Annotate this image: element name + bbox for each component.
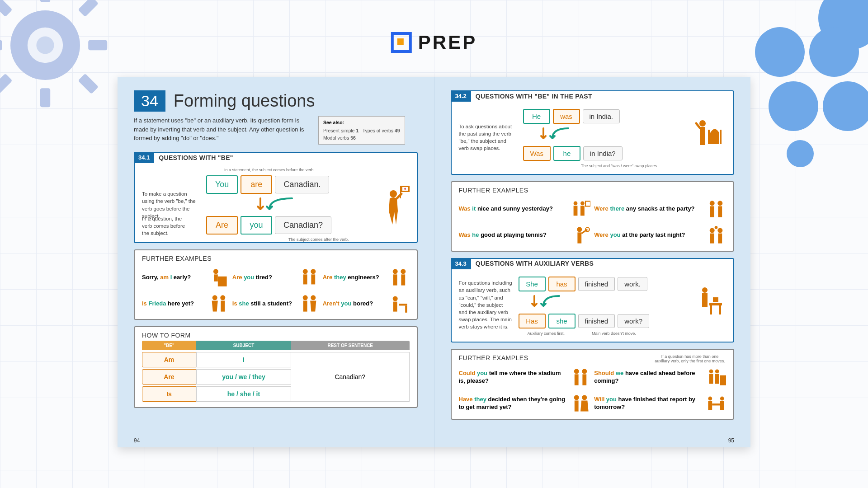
bored-icon — [389, 294, 409, 314]
svg-point-46 — [717, 201, 722, 206]
brand-logo: PREP — [391, 32, 477, 53]
svg-point-18 — [302, 269, 307, 274]
svg-point-45 — [710, 201, 715, 206]
svg-point-36 — [699, 120, 706, 127]
example-item: Should we have called ahead before comin… — [594, 367, 726, 387]
student-icon — [299, 294, 319, 314]
svg-point-57 — [715, 226, 718, 229]
piece-rest: Canadian. — [275, 176, 329, 193]
svg-point-40 — [574, 201, 578, 205]
svg-rect-3 — [0, 40, 2, 50]
section-how-to-form: HOW TO FORM "BE" SUBJECT REST OF SENTENC… — [134, 326, 418, 408]
svg-rect-21 — [311, 275, 315, 285]
svg-rect-31 — [303, 301, 307, 312]
td-rest: Canadian? — [291, 352, 410, 402]
intro-text: If a statement uses "be" or an auxiliary… — [134, 116, 310, 145]
svg-rect-78 — [708, 401, 712, 410]
see-also-label: See also: — [323, 119, 400, 127]
book-spread: 34 Forming questions If a statement uses… — [118, 77, 750, 447]
piece-verb: are — [241, 175, 272, 194]
section-note: For questions including an auxiliary ver… — [459, 279, 513, 330]
svg-rect-39 — [720, 130, 722, 144]
svg-rect-28 — [221, 301, 225, 312]
example-item: Was he good at playing tennis? — [459, 225, 591, 245]
page-number: 94 — [134, 437, 140, 444]
svg-rect-67 — [583, 375, 587, 385]
section-title: QUESTIONS WITH "BE" — [159, 154, 233, 161]
piece-subject: You — [206, 175, 238, 194]
svg-point-19 — [311, 269, 316, 274]
svg-point-14 — [390, 190, 397, 197]
example-item: Have they decided when they're going to … — [459, 394, 591, 413]
svg-rect-6 — [78, 0, 99, 17]
person-flag-icon — [382, 185, 410, 225]
svg-rect-20 — [303, 275, 307, 285]
section-341: 34.1 QUESTIONS WITH "BE" To make a quest… — [134, 152, 418, 243]
svg-rect-75 — [575, 401, 579, 412]
svg-point-73 — [574, 395, 579, 400]
svg-point-22 — [393, 269, 398, 274]
svg-rect-43 — [580, 206, 585, 216]
svg-rect-37 — [700, 127, 705, 145]
section-tag: 34.1 — [134, 152, 154, 163]
svg-rect-38 — [708, 130, 710, 144]
svg-rect-62 — [719, 305, 721, 314]
svg-point-41 — [580, 201, 585, 205]
taj-mahal-icon — [690, 117, 726, 158]
table-row: Am I — [142, 352, 291, 367]
chapter-number: 34 — [134, 90, 165, 112]
svg-rect-2 — [40, 88, 50, 107]
table-row: Is he / she / it — [142, 386, 291, 402]
example-item: Sorry, am I early? — [142, 267, 229, 287]
wedding-icon — [571, 394, 590, 413]
swap-arrow-icon — [537, 127, 591, 142]
piece-subject: you — [241, 216, 272, 235]
question-row: Has she finished work? — [519, 314, 689, 328]
svg-rect-8 — [78, 74, 99, 94]
gear-decoration — [0, 0, 108, 108]
podium-icon — [209, 267, 229, 287]
svg-rect-80 — [712, 404, 720, 405]
svg-point-77 — [720, 397, 724, 401]
section-title: QUESTIONS WITH "BE" IN THE PAST — [476, 93, 592, 100]
svg-rect-59 — [702, 293, 708, 307]
statement-row: She has finished work. — [519, 277, 689, 291]
svg-rect-25 — [401, 275, 406, 286]
statement-row: You are Canadian. — [206, 175, 377, 194]
svg-point-53 — [710, 228, 715, 233]
svg-rect-24 — [393, 275, 397, 286]
question-row: Was he in India? — [523, 146, 685, 161]
section-342: 34.2 QUESTIONS WITH "BE" IN THE PAST To … — [451, 90, 735, 175]
card-title: FURTHER EXAMPLES — [459, 354, 528, 361]
card-title: FURTHER EXAMPLES — [135, 250, 417, 264]
svg-rect-17 — [218, 277, 227, 286]
svg-point-74 — [582, 395, 587, 400]
card-title: FURTHER EXAMPLES — [452, 182, 734, 196]
svg-rect-7 — [0, 74, 13, 94]
page-right: 34.2 QUESTIONS WITH "BE" IN THE PAST To … — [434, 77, 751, 447]
svg-point-68 — [709, 370, 713, 374]
card-title: HOW TO FORM — [135, 327, 417, 341]
svg-point-52 — [585, 227, 590, 231]
caption-question: The subject comes after the verb. — [260, 237, 377, 242]
svg-point-54 — [717, 228, 722, 233]
example-item: Will you have finished that report by to… — [594, 394, 726, 413]
svg-rect-63 — [713, 297, 718, 302]
svg-rect-56 — [718, 233, 722, 243]
svg-rect-5 — [0, 0, 13, 17]
svg-rect-72 — [720, 375, 726, 385]
tip-caption: If a question has more than one auxiliar… — [654, 354, 726, 364]
svg-point-10 — [36, 36, 54, 54]
swap-arrow-icon — [528, 294, 582, 310]
svg-point-29 — [302, 295, 307, 300]
svg-point-64 — [574, 369, 579, 374]
statement-row: He was in India. — [523, 109, 685, 124]
section-tag: 34.2 — [451, 90, 471, 102]
example-item: Is she still a student? — [232, 294, 319, 314]
svg-point-58 — [702, 287, 708, 293]
howto-header: "BE" SUBJECT REST OF SENTENCE — [142, 341, 410, 350]
caption-verb: Main verb doesn't move. — [592, 331, 636, 336]
page-number: 95 — [728, 437, 734, 444]
svg-rect-16 — [214, 275, 218, 282]
example-item: Are you tired? — [232, 267, 319, 287]
